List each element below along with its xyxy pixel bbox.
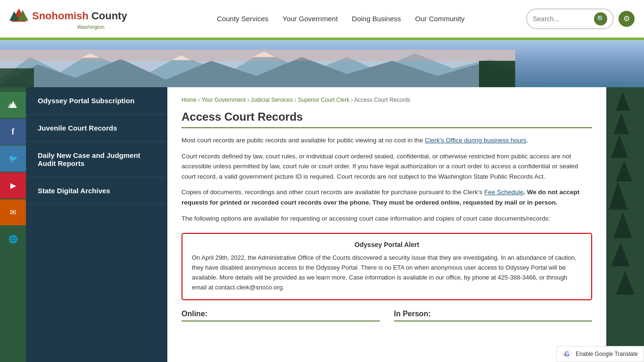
youtube-icon: ▶ (10, 181, 16, 190)
content-para1: Most court records are public records an… (182, 135, 592, 146)
social-youtube[interactable]: ▶ (0, 173, 26, 198)
breadcrumb: Home › Your Government › Judicial Servic… (182, 97, 592, 103)
alert-box: Odyssey Portal Alert On April 29th, 2022… (182, 233, 592, 300)
site-header: Snohomish County Washington County Servi… (0, 0, 644, 38)
breadcrumb-your-gov[interactable]: Your Government (201, 97, 246, 103)
logo-area: Snohomish County Washington (9, 8, 127, 30)
social-sidebar: f 🐦 ▶ ✉ 🌐 (0, 87, 26, 362)
nav-your-government[interactable]: Your Government (282, 15, 338, 23)
gear-icon: ⚙ (623, 14, 630, 23)
sub-nav-state-archives[interactable]: State Digital Archives (26, 177, 167, 205)
social-twitter[interactable]: 🐦 (0, 146, 26, 172)
main-content: Home › Your Government › Judicial Servic… (167, 87, 606, 362)
para1-text: Most court records are public records an… (182, 137, 425, 144)
nav-county-services[interactable]: County Services (217, 15, 268, 23)
logo-mountain-icon (9, 8, 28, 24)
in-person-title: In Person: (394, 310, 593, 321)
para3-start: Copies of documents, recordings and othe… (182, 189, 484, 196)
breadcrumb-sep3: › (295, 97, 298, 103)
translate-label: Enable Google Translate (576, 351, 638, 357)
main-layout: f 🐦 ▶ ✉ 🌐 Odyssey Portal Subscription Ju… (0, 87, 644, 362)
content-para3: Copies of documents, recordings and othe… (182, 187, 592, 207)
email-icon: ✉ (10, 208, 16, 217)
breadcrumb-superior-clerk[interactable]: Superior Court Clerk (298, 97, 349, 103)
right-forest-image (606, 87, 644, 362)
facebook-icon: f (12, 127, 15, 137)
twitter-icon: 🐦 (8, 154, 18, 163)
search-input[interactable] (533, 15, 594, 23)
breadcrumb-current: Access Court Records (354, 97, 410, 103)
search-box: 🔍 (526, 8, 614, 29)
google-icon: G (562, 349, 572, 359)
nav-our-community[interactable]: Our Community (415, 15, 465, 23)
breadcrumb-judicial[interactable]: Judicial Services (251, 97, 293, 103)
hero-image (0, 40, 644, 87)
sub-nav-daily[interactable]: Daily New Case and Judgment Audit Report… (26, 142, 167, 177)
settings-button[interactable]: ⚙ (619, 11, 635, 27)
bottom-columns: Online: In Person: (182, 310, 592, 325)
social-email[interactable]: ✉ (0, 199, 26, 225)
social-facebook[interactable]: f (0, 119, 26, 145)
alert-body: On April 29th, 2022, the Administrative … (192, 253, 582, 292)
content-para4: The following options are available for … (182, 214, 592, 224)
nav-doing-business[interactable]: Doing Business (352, 15, 401, 23)
search-area: 🔍 ⚙ (526, 8, 635, 29)
search-icon: 🔍 (597, 15, 605, 23)
online-column: Online: (182, 310, 380, 325)
para1-end: . (527, 137, 528, 144)
svg-text:G: G (564, 353, 567, 357)
globe-icon: 🌐 (8, 235, 18, 244)
forest-svg (606, 87, 644, 361)
fee-schedule-link[interactable]: Fee Schedule (484, 189, 523, 196)
sub-navigation: Odyssey Portal Subscription Juvenile Cou… (26, 87, 167, 362)
breadcrumb-sep2: › (247, 97, 250, 103)
social-county[interactable] (0, 92, 26, 118)
social-translate[interactable]: 🌐 (0, 226, 26, 252)
svg-rect-9 (0, 68, 34, 87)
main-navigation: County Services Your Government Doing Bu… (156, 15, 526, 23)
breadcrumb-home[interactable]: Home (182, 97, 197, 103)
logo-name: Snohomish County (32, 10, 127, 22)
sub-nav-juvenile[interactable]: Juvenile Court Records (26, 115, 167, 142)
clerks-office-link[interactable]: Clerk's Office during business hours (425, 137, 526, 144)
page-title: Access Court Records (182, 110, 592, 128)
content-para2: Court records defined by law, court rule… (182, 151, 592, 182)
svg-rect-10 (479, 61, 515, 87)
search-button[interactable]: 🔍 (594, 12, 607, 25)
alert-title: Odyssey Portal Alert (192, 241, 582, 248)
logo-subtitle: Washington (32, 24, 150, 30)
mountains-icon (8, 99, 19, 111)
online-title: Online: (182, 310, 380, 321)
logo-text[interactable]: Snohomish County (9, 8, 127, 24)
svg-rect-11 (0, 49, 515, 61)
sub-nav-odyssey[interactable]: Odyssey Portal Subscription (26, 87, 167, 115)
in-person-column: In Person: (394, 310, 593, 325)
translate-bar[interactable]: G Enable Google Translate (556, 346, 644, 362)
mountain-svg (0, 49, 515, 87)
